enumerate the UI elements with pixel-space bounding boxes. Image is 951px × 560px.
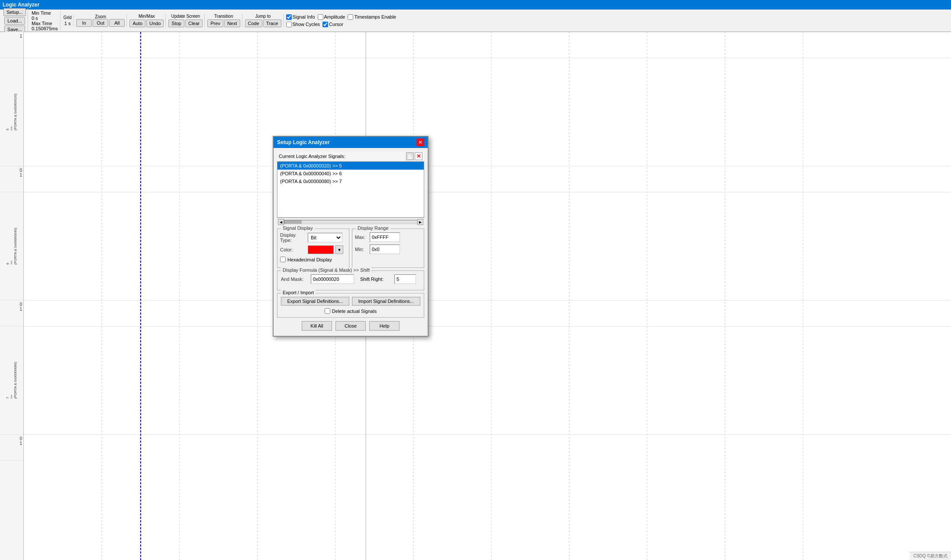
- scroll-right-arrow[interactable]: ▶: [417, 219, 423, 225]
- signal-row-label-porta7: 7>>(PORTA & 0x00000080): [0, 326, 23, 434]
- stop-button[interactable]: Stop: [168, 19, 184, 27]
- max-time-value: 0.150875ms: [32, 26, 58, 31]
- signal-row-label-1: 1: [0, 32, 23, 58]
- toolbar-screen-group: Update Screen Stop Clear: [167, 14, 205, 27]
- signal-display-group: Signal Display Display Type: Bit Analog …: [277, 229, 349, 268]
- clear-button[interactable]: Clear: [185, 19, 203, 27]
- app-title: Logic Analyzer: [3, 2, 39, 8]
- color-row: Color: ▼: [280, 245, 346, 254]
- toolbar-zoom-group: Zoom In Out All: [74, 14, 127, 27]
- signals-header-text: Current Logic Analyzer Signals:: [279, 154, 345, 159]
- min-time-value: 0 s: [32, 16, 58, 21]
- show-cycles-checkbox-label[interactable]: Show Cycles: [286, 22, 320, 27]
- dialog-title: Setup Logic Analyzer: [277, 139, 330, 145]
- hex-display-label[interactable]: Hexadecimal Display: [287, 257, 332, 262]
- display-type-label: Display Type:: [280, 232, 306, 243]
- load-button[interactable]: Load...: [4, 17, 25, 25]
- delete-signal-icon-btn[interactable]: ✕: [415, 152, 422, 160]
- toolbar-group-file: Setup... Load... Save...: [2, 8, 28, 33]
- status-text: CSDQ ©易方数式: [913, 554, 948, 558]
- signal-row-label-01c: 01: [0, 434, 23, 460]
- minmax-undo-button[interactable]: Undo: [146, 19, 164, 27]
- scroll-track[interactable]: [284, 220, 417, 224]
- amplitude-checkbox[interactable]: [318, 14, 323, 20]
- min-label: Min:: [355, 247, 368, 252]
- delete-signals-checkbox[interactable]: [325, 308, 330, 314]
- trace-button[interactable]: Trace: [263, 19, 281, 27]
- color-spin-button[interactable]: ▼: [335, 245, 343, 254]
- display-type-select[interactable]: Bit Analog Bus: [308, 233, 342, 242]
- close-button[interactable]: Close: [335, 321, 366, 331]
- max-input[interactable]: [370, 232, 400, 242]
- amplitude-checkbox-label[interactable]: Amplitude: [318, 14, 345, 20]
- min-input[interactable]: [370, 245, 400, 254]
- dialog-action-buttons: Kill All Close Help: [277, 321, 424, 332]
- signal-list-item-2[interactable]: (PORTA & 0x00000040) >> 6: [277, 170, 424, 177]
- zoom-all-button[interactable]: All: [109, 19, 125, 27]
- import-signal-button[interactable]: Import Signal Definitions...: [352, 297, 420, 306]
- color-swatch[interactable]: [308, 245, 334, 254]
- display-range-group: Display Range Max: Min:: [352, 229, 424, 268]
- scroll-thumb: [284, 220, 302, 224]
- new-signal-icon-btn[interactable]: 📄: [406, 152, 414, 160]
- hex-display-row: Hexadecimal Display: [280, 257, 346, 262]
- left-panel: 1 5>>(PORTA & 0x00000020) 01 6>>(PORTA &…: [0, 32, 24, 560]
- toolbar-checkboxes: Signal Info Amplitude Timestamps Enable …: [284, 14, 398, 27]
- signal-list-container: (PORTA & 0x00000020) >> 5 (PORTA & 0x000…: [277, 161, 424, 218]
- signal-row-label-porta6: 6>>(PORTA & 0x00000040): [0, 192, 23, 300]
- jump-to-label: Jump to: [255, 14, 271, 19]
- signal-info-checkbox-label[interactable]: Signal Info: [286, 14, 315, 20]
- and-mask-label: And Mask:: [281, 277, 309, 282]
- waveform-area[interactable]: [24, 32, 951, 560]
- signal-display-range-row: Signal Display Display Type: Bit Analog …: [277, 226, 424, 268]
- display-range-title: Display Range: [356, 225, 390, 231]
- signal-list-item-3[interactable]: (PORTA & 0x00000080) >> 7: [277, 177, 424, 185]
- min-row: Min:: [355, 245, 421, 254]
- scroll-left-arrow[interactable]: ◀: [278, 219, 284, 225]
- toolbar-transition-group: Transition Prev Next: [206, 14, 242, 27]
- cursor-checkbox[interactable]: [322, 22, 328, 27]
- kill-all-button[interactable]: Kill All: [302, 321, 332, 331]
- minmax-label: Min/Max: [139, 14, 155, 19]
- signal-list-item-1[interactable]: (PORTA & 0x00000020) >> 5: [277, 162, 424, 170]
- export-signal-button[interactable]: Export Signal Definitions...: [281, 297, 349, 306]
- signal-row-label-01b: 01: [0, 300, 23, 326]
- zoom-in-button[interactable]: In: [76, 19, 92, 27]
- toolbar-jumpto-group: Jump to Code Trace: [243, 14, 284, 27]
- and-mask-input[interactable]: [311, 274, 354, 284]
- show-cycles-checkbox[interactable]: [286, 22, 292, 27]
- cursor-checkbox-label[interactable]: Cursor: [322, 22, 343, 27]
- code-button[interactable]: Code: [245, 19, 262, 27]
- help-button[interactable]: Help: [369, 321, 400, 331]
- export-import-row: Export Signal Definitions... Import Sign…: [281, 297, 420, 306]
- dialog-close-button[interactable]: ✕: [416, 138, 424, 146]
- zoom-label: Zoom: [95, 14, 106, 19]
- signal-list-header: Current Logic Analyzer Signals: 📄 ✕: [277, 151, 424, 161]
- delete-signals-label[interactable]: Delete actual Signals: [332, 309, 377, 314]
- prev-button[interactable]: Prev: [207, 19, 223, 27]
- min-time-label: Min Time: [32, 10, 58, 16]
- zoom-out-button[interactable]: Out: [93, 19, 108, 27]
- signal-row-label-porta5: 5>>(PORTA & 0x00000020): [0, 58, 23, 166]
- signal-list-scrollbar[interactable]: ◀ ▶: [277, 218, 424, 226]
- signal-list: (PORTA & 0x00000020) >> 5 (PORTA & 0x000…: [277, 162, 424, 207]
- signal-info-checkbox[interactable]: [286, 14, 292, 20]
- setup-dialog: Setup Logic Analyzer ✕ Current Logic Ana…: [273, 136, 429, 337]
- shift-right-input[interactable]: [394, 274, 416, 284]
- export-import-group: Export / Import Export Signal Definition…: [277, 293, 424, 318]
- minmax-auto-button[interactable]: Auto: [129, 19, 145, 27]
- color-label: Color:: [280, 247, 306, 252]
- timestamps-checkbox-label[interactable]: Timestamps Enable: [348, 14, 396, 20]
- toolbar: Setup... Load... Save... Min Time 0 s Ma…: [0, 10, 951, 32]
- grid-value: 1 s: [64, 21, 71, 26]
- timestamps-checkbox[interactable]: [348, 14, 353, 20]
- hex-display-checkbox[interactable]: [280, 257, 286, 262]
- transition-label: Transition: [214, 14, 233, 19]
- status-bar: CSDQ ©易方数式: [910, 552, 951, 560]
- toolbar-grid-group: Grid 1 s: [61, 15, 74, 26]
- formula-row: And Mask: Shift Right:: [281, 274, 420, 284]
- max-label: Max:: [355, 235, 368, 240]
- display-formula-group: Display Formula (Signal & Mask) >> Shift…: [277, 270, 424, 290]
- setup-button[interactable]: Setup...: [3, 8, 26, 16]
- next-button[interactable]: Next: [224, 19, 240, 27]
